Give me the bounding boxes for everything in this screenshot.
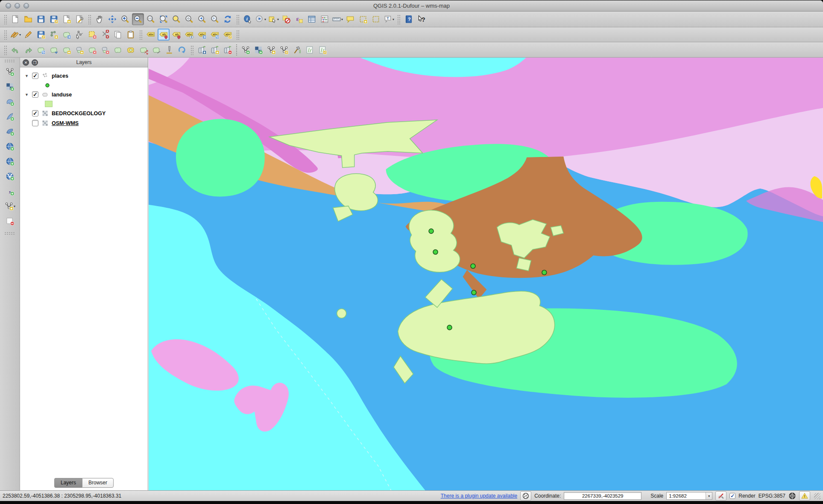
layer-row-places[interactable]: ▼✓places (20, 71, 148, 81)
refresh-map-icon[interactable] (222, 13, 234, 25)
fill-ring-icon[interactable] (163, 44, 175, 56)
composer-manager-icon[interactable] (73, 13, 85, 25)
resize-grip[interactable] (814, 493, 820, 499)
offline-editing-convert-icon[interactable] (196, 44, 208, 56)
pan-to-selection-icon[interactable] (106, 13, 118, 25)
pin-labels-icon[interactable]: ab (158, 29, 170, 41)
zoom-to-selection-icon[interactable] (170, 13, 182, 25)
expander-icon[interactable]: ▼ (24, 93, 29, 97)
highlight-pinned-labels-icon[interactable]: ab (170, 29, 182, 41)
undo-icon[interactable] (9, 44, 21, 56)
measure-icon[interactable]: ▾ (331, 13, 343, 25)
field-calculator-icon[interactable] (319, 13, 331, 25)
zoom-full-extent-icon[interactable] (158, 13, 170, 25)
layer-label[interactable]: places (52, 73, 68, 79)
text-annotation-icon[interactable]: T▾ (383, 13, 395, 25)
layer-visibility-checkbox[interactable]: ✓ (32, 73, 38, 79)
redo-icon[interactable] (22, 44, 34, 56)
remove-layer-icon[interactable] (4, 216, 16, 227)
simplify-feature-icon[interactable] (48, 44, 60, 56)
cut-features-icon[interactable] (99, 29, 111, 41)
offset-curve-icon[interactable] (125, 44, 137, 56)
plugin-update-link[interactable]: There is a plugin update available (441, 493, 517, 499)
panel-tab-layers[interactable]: Layers (54, 478, 82, 488)
save-project-as-icon[interactable] (48, 13, 60, 25)
coordinate-input[interactable] (564, 492, 641, 500)
show-hide-labels-icon[interactable]: abc (183, 29, 195, 41)
map-sheet-edit-icon[interactable] (316, 44, 328, 56)
scale-combobox[interactable]: 1:92682 ▼ (666, 492, 712, 500)
change-label-properties-icon[interactable]: abc (222, 29, 234, 41)
layer-row-bedrockgeology[interactable]: ✓BEDROCKGEOLOGY (20, 108, 148, 118)
toolbar-grip[interactable] (4, 232, 15, 235)
add-delimited-text-layer-icon[interactable]: , (4, 186, 16, 197)
save-layer-edits-icon[interactable] (35, 29, 47, 41)
map-tips-icon[interactable] (344, 13, 356, 25)
layer-label[interactable]: OSM-WMS (52, 120, 79, 126)
whats-this-icon[interactable]: ? (416, 13, 428, 25)
zoom-window-button[interactable] (23, 3, 29, 9)
deselect-features-icon[interactable] (280, 13, 292, 25)
add-part-icon[interactable] (73, 44, 85, 56)
identify-features-icon[interactable]: i (242, 13, 254, 25)
show-bookmarks-icon[interactable] (370, 13, 382, 25)
render-checkbox[interactable]: ✓ (729, 493, 735, 499)
minimize-window-button[interactable] (15, 3, 20, 9)
offline-editing-sync-icon[interactable] (209, 44, 221, 56)
new-project-icon[interactable] (9, 13, 21, 25)
select-features-icon[interactable]: ▾ (267, 13, 279, 25)
close-window-button[interactable] (6, 3, 11, 9)
layer-label[interactable]: landuse (52, 92, 72, 98)
split-parts-icon[interactable] (150, 44, 162, 56)
zoom-last-icon[interactable] (196, 13, 208, 25)
add-mssql-layer-icon[interactable] (4, 126, 16, 137)
chevron-down-icon[interactable]: ▾ (277, 17, 279, 21)
build-topology-icon[interactable] (291, 44, 303, 56)
plugin-icon[interactable] (520, 491, 531, 501)
open-attribute-table-icon[interactable] (306, 13, 318, 25)
move-label-icon[interactable]: abc (196, 29, 208, 41)
pan-map-icon[interactable] (94, 13, 105, 25)
layer-visibility-checkbox[interactable]: ✓ (32, 110, 38, 117)
map-canvas[interactable] (148, 58, 823, 490)
offline-editing-remove-icon[interactable] (222, 44, 234, 56)
toolbar-grip[interactable] (3, 29, 7, 40)
rotate-point-symbols-icon[interactable] (176, 44, 188, 56)
vector-tools-edit-icon[interactable] (278, 44, 290, 56)
new-bookmark-icon[interactable] (357, 13, 369, 25)
chevron-down-icon[interactable]: ▾ (341, 17, 343, 21)
help-contents-icon[interactable]: ? (403, 13, 415, 25)
node-tool-icon[interactable] (73, 29, 85, 41)
rotate-feature-icon[interactable]: ↻ (35, 44, 47, 56)
new-print-composer-icon[interactable] (61, 13, 73, 25)
split-features-icon[interactable] (138, 44, 149, 56)
layer-row-landuse[interactable]: ▼✓landuse (20, 90, 148, 99)
layer-visibility-checkbox[interactable] (32, 120, 38, 126)
add-postgis-layer-icon[interactable] (4, 96, 16, 107)
layer-row-osm-wms[interactable]: OSM-WMS (20, 118, 148, 128)
add-wms-layer-icon[interactable] (4, 141, 16, 152)
chevron-down-icon[interactable]: ▾ (264, 17, 266, 21)
chevron-down-icon[interactable]: ▾ (392, 17, 394, 21)
new-shapefile-layer-icon[interactable]: ▾ (4, 201, 16, 212)
rotate-label-icon[interactable]: abc↻ (209, 29, 221, 41)
panel-tab-browser[interactable]: Browser (82, 478, 114, 488)
run-feature-action-icon[interactable]: ▾ (255, 13, 267, 25)
delete-part-icon[interactable] (99, 44, 111, 56)
crs-status-icon[interactable] (788, 492, 796, 500)
expander-icon[interactable]: ▼ (24, 74, 29, 78)
new-vector-layer-icon[interactable] (240, 44, 252, 56)
reshape-features-icon[interactable] (112, 44, 124, 56)
zoom-native-resolution-icon[interactable]: 1:1 (145, 13, 157, 25)
chevron-down-icon[interactable]: ▾ (14, 204, 15, 208)
messages-warning-icon[interactable]: ! (799, 491, 810, 501)
layer-label[interactable]: BEDROCKGEOLOGY (52, 111, 105, 117)
delete-selected-icon[interactable] (86, 29, 98, 41)
add-wcs-layer-icon[interactable] (4, 156, 16, 167)
new-raster-layer-icon[interactable] (252, 44, 264, 56)
open-project-icon[interactable] (22, 13, 34, 25)
toggle-editing-icon[interactable] (22, 29, 34, 41)
current-edits-icon[interactable]: ▾ (9, 29, 21, 41)
paste-features-icon[interactable] (125, 29, 137, 41)
copy-features-icon[interactable] (112, 29, 124, 41)
